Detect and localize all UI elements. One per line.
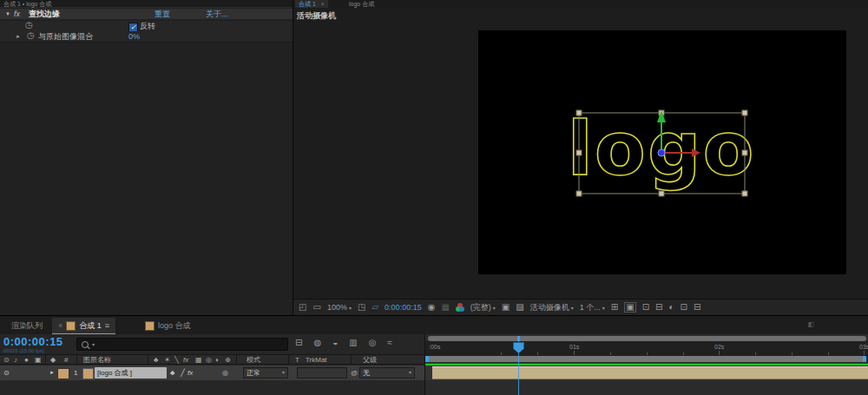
anchor-point[interactable] [658, 149, 665, 156]
quality-switch-icon[interactable]: ╲ [174, 355, 179, 365]
trkmat-column-header: TrkMat [306, 355, 327, 365]
viewer-tabstrip: 合成 1 × logo 合成 [293, 0, 868, 8]
solo-icon[interactable]: ● [24, 355, 29, 365]
layer-name-field[interactable]: [logo 合成 ] [95, 367, 167, 379]
blend-mode-select[interactable]: 正常▾ [243, 367, 288, 379]
blend-value[interactable]: 0% [128, 31, 140, 42]
mode-column-header: 模式 [247, 355, 260, 365]
ruler-grid-icon[interactable]: ◳ [358, 303, 365, 312]
effect-header-row[interactable]: ▼ fx 查找边缘 重置 关于... [0, 9, 293, 19]
current-timecode[interactable]: 0:00:00:15 00015 (25.00 fps) [3, 335, 63, 353]
magnification-select[interactable]: 100%▾ [327, 303, 352, 312]
transparency-grid-icon[interactable]: ▨ [516, 303, 523, 312]
chevron-down-icon: ▾ [409, 365, 411, 380]
audio-icon[interactable]: ♪ [14, 355, 17, 365]
trkmat-select[interactable] [297, 367, 347, 379]
close-icon[interactable]: × [58, 321, 62, 330]
safe-margins-icon[interactable]: ▱ [372, 303, 378, 312]
fast-previews-icon[interactable]: ⊡ [680, 303, 687, 312]
viewer-timecode[interactable]: 0:00:00:15 [385, 303, 422, 312]
timeline-left-controls: 0:00:00:15 00015 (25.00 fps) ▾ ⊟ ◍ ◒ ▥ ◎… [0, 334, 424, 395]
chevron-down-icon: ▾ [282, 365, 285, 380]
layer-name-column-header: 图层名称 [83, 355, 111, 365]
composition-icon [66, 321, 76, 331]
composition-viewer-panel: 合成 1 × logo 合成 活动摄像机 logo [293, 0, 868, 315]
adjustment-switch-icon[interactable]: ◐ [215, 355, 220, 365]
parent-select[interactable]: 无▾ [359, 367, 415, 379]
t-column-header: T [295, 355, 299, 365]
threed-switch-icon[interactable]: ⊕ [225, 355, 231, 365]
lock-icon[interactable]: ▣ [35, 355, 42, 365]
layer-label-color[interactable] [57, 368, 69, 379]
search-input[interactable]: ▾ [76, 338, 288, 351]
tab-render-queue[interactable]: 渲染队列 [5, 318, 49, 334]
region-of-interest-icon[interactable]: ▣ [502, 303, 510, 312]
collapse-switch-icon[interactable]: ☀ [164, 355, 170, 365]
preview-monitor-icon[interactable]: ▭ [312, 303, 320, 312]
comp-mini-flowchart-icon[interactable]: ⊟ [295, 338, 302, 347]
layer-track-row [425, 365, 868, 380]
tab-menu-icon[interactable]: ≡ [105, 321, 109, 330]
eye-icon[interactable]: ⊙ [3, 355, 10, 365]
motion-blur-switch-icon[interactable]: ◎ [222, 365, 228, 380]
canvas-art: logo [478, 30, 846, 274]
layer-row[interactable]: ⊙ ► 1 [logo 合成 ] ♣ ╱ fx ◎ 正常▾ @ 无▾ [0, 365, 424, 380]
work-area-start-handle[interactable] [425, 356, 429, 362]
mask-visibility-icon[interactable]: ▣ [624, 302, 635, 313]
draft-3d-icon[interactable]: ◍ [313, 338, 321, 347]
snapshot-view-icon[interactable]: ◰ [299, 303, 306, 312]
layer-duration-bar[interactable] [432, 366, 868, 379]
view-layout-select[interactable]: 1 个...▾ [580, 302, 605, 313]
about-link[interactable]: 关于... [206, 9, 228, 19]
camera-view-select[interactable]: 活动摄像机▾ [530, 302, 574, 313]
timeline-panel: 渲染队列 × 合成 1 ≡ logo 合成 0:00:00:15 00015 (… [0, 315, 868, 395]
tab-logo-comp[interactable]: logo 合成 [139, 318, 197, 334]
resolution-select[interactable]: (完整)▾ [470, 302, 496, 313]
shy-switch-icon[interactable]: ♣ [154, 355, 158, 365]
motion-blur-switch-icon[interactable]: ◎ [206, 355, 212, 365]
blend-label: 与原始图像混合 [38, 31, 93, 42]
stopwatch-icon[interactable]: ◷ [25, 21, 33, 30]
fx-switch-icon[interactable]: fx [187, 365, 193, 380]
renderer-icon[interactable]: ⊟ [694, 303, 700, 312]
show-channels-icon[interactable] [456, 303, 464, 312]
tab-composition-1[interactable]: × 合成 1 ≡ [52, 318, 115, 334]
fx-switch-icon[interactable]: fx [183, 355, 188, 365]
reset-link[interactable]: 重置 [155, 9, 170, 19]
show-last-snapshot-icon[interactable]: ▦ [441, 303, 449, 312]
comp-marker-bin-icon[interactable]: ◧ [807, 320, 814, 328]
tab-logo-comp[interactable]: logo 合成 [349, 0, 374, 8]
flowchart-icon[interactable]: ⊟ [655, 303, 662, 312]
motion-blur-icon[interactable]: ◎ [369, 338, 377, 347]
timeline-column-header: ⊙ ♪ ● ▣ ◆ # 图层名称 ♣ ☀ ╲ fx ▦ ◎ ◐ ⊕ 模式 T T… [0, 354, 424, 365]
grid-guides-icon[interactable]: ⊞ [611, 303, 618, 312]
work-area-bar[interactable] [428, 356, 866, 362]
work-area-end-handle[interactable] [863, 356, 866, 362]
index-column-header: # [64, 355, 68, 365]
quality-switch-icon[interactable]: ╱ [181, 365, 185, 380]
tab-composition-1[interactable]: 合成 1 × [295, 0, 328, 8]
label-color-icon[interactable]: ◆ [50, 355, 56, 365]
shy-switch-icon[interactable]: ♣ [170, 365, 174, 380]
graph-editor-icon[interactable]: ≈ [387, 338, 392, 347]
frame-blend-switch-icon[interactable]: ▦ [195, 355, 202, 365]
shy-layers-icon[interactable]: ◒ [332, 338, 338, 347]
stopwatch-icon[interactable]: ◷ [27, 31, 35, 40]
viewer-toolbar: ◰ ▭ 100%▾ ◳ ▱ 0:00:00:15 ◉ ▦ (完整)▾ ▣ ▨ 活… [293, 299, 868, 315]
frame-blend-icon[interactable]: ▥ [349, 338, 357, 347]
composition-icon [145, 321, 155, 331]
snapshot-camera-icon[interactable]: ◉ [428, 303, 436, 312]
reset-exposure-icon[interactable]: ◐ [668, 303, 674, 312]
pickwhip-icon[interactable]: @ [351, 365, 358, 380]
collapse-triangle-icon[interactable]: ▼ [5, 9, 10, 19]
ruler-label: 03s [859, 344, 868, 350]
exposure-icon[interactable]: ⊡ [642, 303, 649, 312]
composition-canvas[interactable]: logo [478, 30, 846, 274]
expand-triangle-icon[interactable]: ► [49, 365, 55, 380]
eye-icon[interactable]: ⊙ [3, 365, 10, 380]
time-ruler[interactable]: :00s 01s 02s 03s [425, 341, 868, 357]
expand-triangle-icon[interactable]: ► [16, 31, 21, 42]
close-icon[interactable]: × [321, 1, 325, 7]
ruler-label: :00s [429, 344, 440, 350]
search-icon [82, 341, 89, 348]
